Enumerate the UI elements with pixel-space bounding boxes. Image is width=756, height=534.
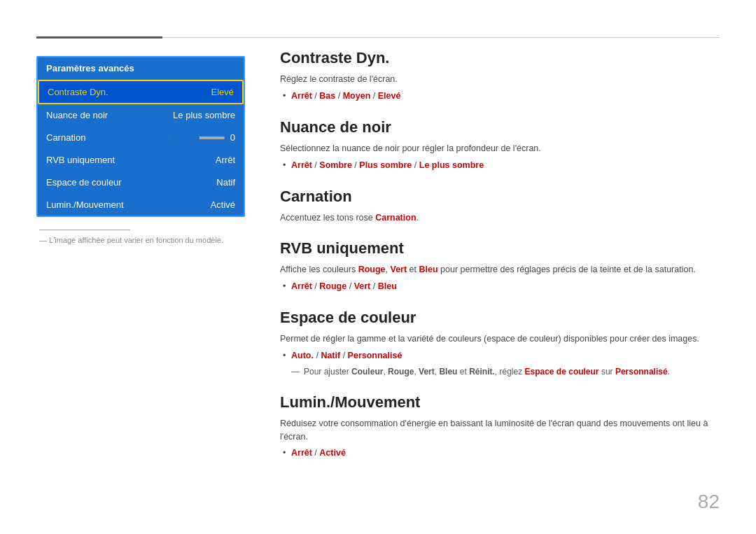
bullet-rvb-vert: Vert bbox=[354, 281, 371, 291]
menu-value-contraste: Elevé bbox=[211, 87, 234, 97]
bullet-sep2: / bbox=[338, 91, 343, 101]
section-contraste: Contraste Dyn. Réglez le contraste de l'… bbox=[280, 49, 720, 103]
bullet-sombre: Sombre bbox=[319, 160, 352, 170]
slider-value: 0 bbox=[230, 132, 235, 143]
section-rvb: RVB uniquement Affiche les couleurs Roug… bbox=[280, 239, 720, 293]
section-desc-nuance: Sélectionnez la nuance de noir pour régl… bbox=[280, 142, 720, 155]
sub-note-text: Pour ajuster Couleur, Rouge, Vert, Bleu … bbox=[304, 365, 670, 378]
slider-track[interactable] bbox=[169, 136, 225, 139]
section-desc-lumin: Réduisez votre consommation d'énergie en… bbox=[280, 417, 720, 444]
bullet-rvb-rouge: Rouge bbox=[319, 281, 346, 291]
sub-note-couleur: Couleur bbox=[351, 367, 383, 377]
slider-thumb bbox=[192, 134, 200, 141]
bullet-lumin-active: Activé bbox=[319, 448, 346, 458]
section-carnation: Carnation Accentuez les tons rose Carnat… bbox=[280, 188, 720, 225]
section-nuance: Nuance de noir Sélectionnez la nuance de… bbox=[280, 118, 720, 172]
sub-note-personnalise: Personnalisé bbox=[615, 367, 668, 377]
bullet-arret: Arrêt bbox=[291, 91, 312, 101]
menu-value-nuance: Le plus sombre bbox=[173, 110, 235, 120]
carnation-desc-after: . bbox=[416, 213, 419, 223]
bullet-item-rvb: Arrêt / Rouge / Vert / Bleu bbox=[291, 279, 720, 293]
bullet-nuance-sep3: / bbox=[414, 160, 419, 170]
sub-note-bleu: Bleu bbox=[439, 367, 457, 377]
menu-label-contraste: Contraste Dyn. bbox=[48, 87, 108, 97]
sub-note-espace-couleur: Espace de couleur bbox=[525, 367, 599, 377]
menu-value-rvb: Arrêt bbox=[216, 155, 235, 165]
bullet-list-nuance: Arrêt / Sombre / Plus sombre / Le plus s… bbox=[280, 158, 720, 172]
bullet-le-plus-sombre: Le plus sombre bbox=[419, 160, 484, 170]
section-title-carnation: Carnation bbox=[280, 188, 720, 206]
bullet-espace-sep2: / bbox=[343, 351, 348, 360]
bullet-eleve: Elevé bbox=[378, 91, 401, 101]
bullet-lumin-arret: Arrêt bbox=[291, 448, 312, 458]
bullet-rvb-bleu: Bleu bbox=[378, 281, 397, 291]
bullet-rvb-sep3: / bbox=[373, 281, 378, 291]
top-line-light bbox=[162, 37, 720, 38]
page-number: 82 bbox=[698, 491, 720, 513]
bullet-plus-sombre: Plus sombre bbox=[359, 160, 412, 170]
bullet-espace-auto: Auto. bbox=[291, 351, 314, 360]
section-title-espace: Espace de couleur bbox=[280, 309, 720, 327]
menu-item-lumin[interactable]: Lumin./Mouvement Activé bbox=[38, 194, 244, 216]
top-line bbox=[36, 36, 720, 38]
bullet-list-rvb: Arrêt / Rouge / Vert / Bleu bbox=[280, 279, 720, 293]
rvb-bleu-inline: Bleu bbox=[419, 265, 438, 274]
bullet-rvb-sep2: / bbox=[349, 281, 354, 291]
menu-item-nuance[interactable]: Nuance de noir Le plus sombre bbox=[38, 104, 244, 127]
menu-item-espace[interactable]: Espace de couleur Natif bbox=[38, 171, 244, 194]
menu-item-rvb[interactable]: RVB uniquement Arrêt bbox=[38, 149, 244, 171]
bullet-sep3: / bbox=[373, 91, 378, 101]
panel-title: Paramètres avancés bbox=[38, 57, 244, 80]
bullet-rvb-arret: Arrêt bbox=[291, 281, 312, 291]
sub-note-espace: ― Pour ajuster Couleur, Rouge, Vert, Ble… bbox=[280, 365, 720, 378]
bullet-bas: Bas bbox=[319, 91, 335, 101]
menu-value-lumin: Activé bbox=[211, 199, 235, 210]
rvb-rouge-inline: Rouge bbox=[358, 265, 386, 274]
menu-label-espace: Espace de couleur bbox=[46, 177, 122, 188]
bullet-list-contraste: Arrêt / Bas / Moyen / Elevé bbox=[280, 89, 720, 103]
bullet-item-nuance: Arrêt / Sombre / Plus sombre / Le plus s… bbox=[291, 158, 720, 172]
section-desc-carnation: Accentuez les tons rose Carnation. bbox=[280, 211, 720, 225]
bullet-moyen: Moyen bbox=[343, 91, 371, 101]
menu-item-contraste[interactable]: Contraste Dyn. Elevé bbox=[38, 80, 244, 104]
panel-box: Paramètres avancés Contraste Dyn. Elevé … bbox=[36, 56, 245, 217]
menu-item-carnation[interactable]: Carnation 0 bbox=[38, 127, 244, 149]
carnation-keyword: Carnation bbox=[375, 213, 416, 223]
bullet-item-espace: Auto. / Natif / Personnalisé bbox=[291, 349, 720, 363]
bullet-espace-perso: Personnalisé bbox=[348, 351, 402, 360]
bullet-list-lumin: Arrêt / Activé bbox=[280, 446, 720, 460]
sub-note-vert: Vert bbox=[419, 367, 435, 377]
footnote-line bbox=[39, 230, 130, 230]
section-desc-contraste: Réglez le contraste de l'écran. bbox=[280, 73, 720, 86]
left-panel: Paramètres avancés Contraste Dyn. Elevé … bbox=[36, 56, 245, 244]
section-lumin: Lumin./Mouvement Réduisez votre consomma… bbox=[280, 393, 720, 461]
bullet-espace-natif: Natif bbox=[321, 351, 340, 360]
section-title-contraste: Contraste Dyn. bbox=[280, 49, 720, 67]
menu-label-carnation: Carnation bbox=[46, 132, 85, 143]
section-espace: Espace de couleur Permet de régler la ga… bbox=[280, 309, 720, 378]
section-title-lumin: Lumin./Mouvement bbox=[280, 393, 720, 412]
footnote-text: ― L'image affichée peut varier en foncti… bbox=[39, 236, 245, 244]
bullet-list-espace: Auto. / Natif / Personnalisé bbox=[280, 349, 720, 363]
menu-label-rvb: RVB uniquement bbox=[46, 155, 115, 165]
menu-label-nuance: Nuance de noir bbox=[46, 110, 108, 120]
menu-label-lumin: Lumin./Mouvement bbox=[46, 199, 124, 210]
sub-note-reinit: Réinit. bbox=[469, 367, 495, 377]
carnation-desc-before: Accentuez les tons rose bbox=[280, 213, 375, 223]
bullet-nuance-arret: Arrêt bbox=[291, 160, 312, 170]
right-content: Contraste Dyn. Réglez le contraste de l'… bbox=[280, 49, 720, 475]
bullet-item-lumin: Arrêt / Activé bbox=[291, 446, 720, 460]
footnote: ― L'image affichée peut varier en foncti… bbox=[36, 230, 245, 244]
bullet-item-contraste: Arrêt / Bas / Moyen / Elevé bbox=[291, 89, 720, 103]
rvb-vert-inline: Vert bbox=[390, 265, 407, 274]
sub-note-rouge: Rouge bbox=[388, 367, 414, 377]
sub-note-dash: ― bbox=[291, 365, 300, 378]
section-title-rvb: RVB uniquement bbox=[280, 239, 720, 258]
section-desc-rvb: Affiche les couleurs Rouge, Vert et Bleu… bbox=[280, 263, 720, 276]
top-line-dark bbox=[36, 36, 162, 38]
section-title-nuance: Nuance de noir bbox=[280, 118, 720, 136]
menu-value-espace: Natif bbox=[216, 177, 235, 188]
section-desc-espace: Permet de régler la gamme et la variété … bbox=[280, 332, 720, 346]
